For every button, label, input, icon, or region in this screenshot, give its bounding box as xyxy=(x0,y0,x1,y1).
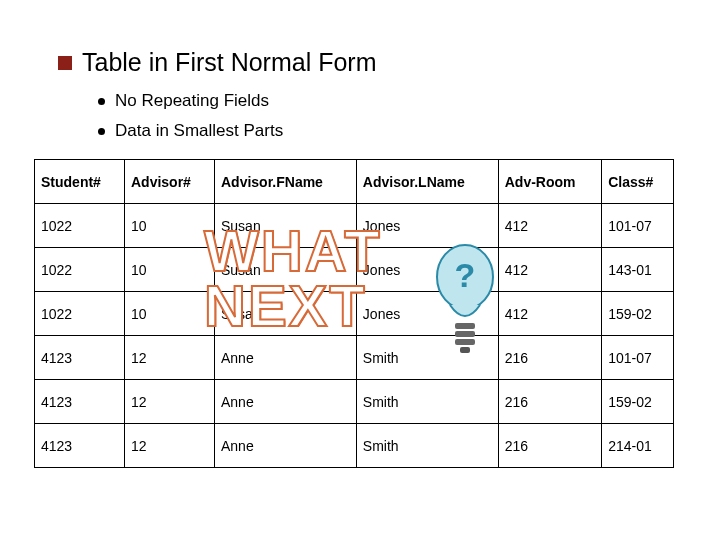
col-advisor-lname: Advisor.LName xyxy=(356,160,498,204)
col-class: Class# xyxy=(602,160,674,204)
cell: Susan xyxy=(214,248,356,292)
cell: Smith xyxy=(356,336,498,380)
square-bullet-icon xyxy=(58,56,72,70)
cell: 10 xyxy=(124,292,214,336)
cell: 159-02 xyxy=(602,292,674,336)
bullet-text: No Repeating Fields xyxy=(115,91,269,111)
cell: 216 xyxy=(498,424,601,468)
table-row: 4123 12 Anne Smith 216 101-07 xyxy=(35,336,674,380)
cell: 412 xyxy=(498,248,601,292)
cell: 12 xyxy=(124,336,214,380)
bullet-item: Data in Smallest Parts xyxy=(98,121,680,141)
cell: 1022 xyxy=(35,292,125,336)
normal-form-table: Student# Advisor# Advisor.FName Advisor.… xyxy=(34,159,674,468)
cell: 1022 xyxy=(35,248,125,292)
cell: Anne xyxy=(214,424,356,468)
cell: 159-02 xyxy=(602,380,674,424)
cell: 412 xyxy=(498,204,601,248)
cell: 4123 xyxy=(35,424,125,468)
cell: Smith xyxy=(356,424,498,468)
cell: 10 xyxy=(124,204,214,248)
bullet-text: Data in Smallest Parts xyxy=(115,121,283,141)
cell: 216 xyxy=(498,380,601,424)
table-row: 1022 10 Susan Jones 412 143-01 xyxy=(35,248,674,292)
cell: 1022 xyxy=(35,204,125,248)
cell: 12 xyxy=(124,424,214,468)
cell: Anne xyxy=(214,336,356,380)
cell: 12 xyxy=(124,380,214,424)
cell: Smith xyxy=(356,380,498,424)
cell: 101-07 xyxy=(602,336,674,380)
cell: Jones xyxy=(356,292,498,336)
table-row: 1022 10 Susan Jones 412 159-02 xyxy=(35,292,674,336)
col-advisor-fname: Advisor.FName xyxy=(214,160,356,204)
cell: 412 xyxy=(498,292,601,336)
col-adv-room: Adv-Room xyxy=(498,160,601,204)
table-header-row: Student# Advisor# Advisor.FName Advisor.… xyxy=(35,160,674,204)
cell: 4123 xyxy=(35,336,125,380)
dot-bullet-icon xyxy=(98,98,105,105)
cell: 143-01 xyxy=(602,248,674,292)
table-row: 1022 10 Susan Jones 412 101-07 xyxy=(35,204,674,248)
cell: 101-07 xyxy=(602,204,674,248)
table-row: 4123 12 Anne Smith 216 214-01 xyxy=(35,424,674,468)
table-container: Student# Advisor# Advisor.FName Advisor.… xyxy=(34,159,674,468)
cell: Jones xyxy=(356,248,498,292)
cell: 216 xyxy=(498,336,601,380)
col-advisor: Advisor# xyxy=(124,160,214,204)
dot-bullet-icon xyxy=(98,128,105,135)
bullet-list: No Repeating Fields Data in Smallest Par… xyxy=(98,91,680,141)
cell: Jones xyxy=(356,204,498,248)
cell: 10 xyxy=(124,248,214,292)
bullet-item: No Repeating Fields xyxy=(98,91,680,111)
slide-content: Table in First Normal Form No Repeating … xyxy=(0,0,720,468)
title-row: Table in First Normal Form xyxy=(58,48,680,77)
section-title: Table in First Normal Form xyxy=(82,48,377,77)
table-row: 4123 12 Anne Smith 216 159-02 xyxy=(35,380,674,424)
col-student: Student# xyxy=(35,160,125,204)
cell: Susan xyxy=(214,292,356,336)
cell: 4123 xyxy=(35,380,125,424)
cell: 214-01 xyxy=(602,424,674,468)
cell: Anne xyxy=(214,380,356,424)
cell: Susan xyxy=(214,204,356,248)
